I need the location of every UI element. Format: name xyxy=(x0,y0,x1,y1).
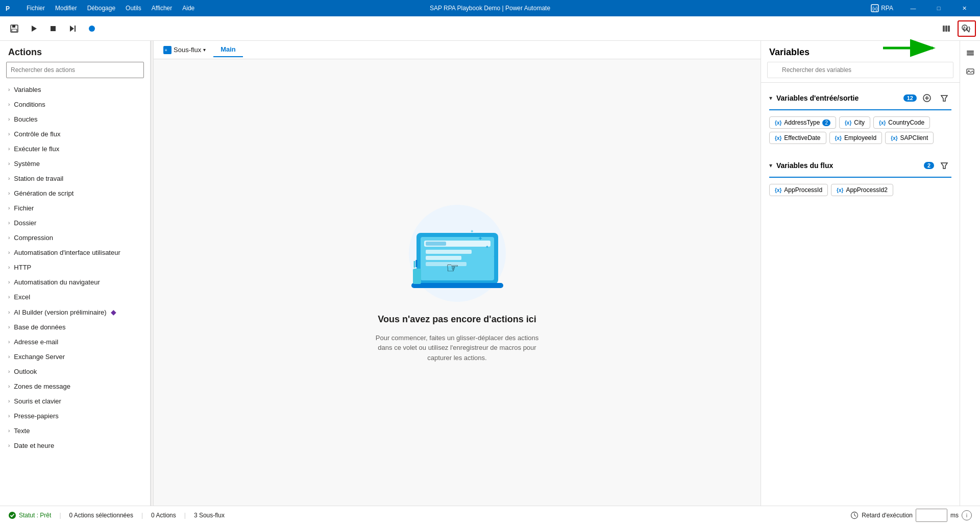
image-button[interactable] xyxy=(962,63,978,80)
menu-outils[interactable]: Outils xyxy=(121,4,145,13)
actions-selected-count: 0 Actions sélectionnées xyxy=(69,512,133,519)
action-boucles[interactable]: › Boucles xyxy=(0,112,150,127)
action-station-travail[interactable]: › Station de travail xyxy=(0,171,150,186)
action-presse-papiers[interactable]: › Presse-papiers xyxy=(0,409,150,423)
action-label: Souris et clavier xyxy=(14,397,61,405)
action-zones-message[interactable]: › Zones de message xyxy=(0,379,150,394)
status-ok-icon xyxy=(8,511,16,519)
action-controle-flux[interactable]: › Contrôle de flux xyxy=(0,127,150,141)
action-auto-interface[interactable]: › Automatisation d'interface utilisateur xyxy=(0,245,150,260)
subflow-label: Sous-flux xyxy=(174,46,201,54)
var-employee-id[interactable]: {x} EmployeeId xyxy=(829,132,883,144)
action-variables[interactable]: › Variables xyxy=(0,82,150,97)
svg-point-11 xyxy=(89,26,95,32)
action-fichier[interactable]: › Fichier xyxy=(0,201,150,216)
var-app-process-id[interactable]: {x} AppProcessId xyxy=(769,184,828,196)
svg-marker-9 xyxy=(70,26,74,32)
layers-button[interactable] xyxy=(962,45,978,61)
chevron-icon: › xyxy=(8,324,10,330)
action-texte[interactable]: › Texte xyxy=(0,423,150,438)
columns-button[interactable] xyxy=(938,20,954,37)
action-compression[interactable]: › Compression xyxy=(0,230,150,245)
var-sap-client[interactable]: {x} SAPClient xyxy=(885,132,934,144)
input-output-title: Variables d'entrée/sortie xyxy=(776,94,899,102)
action-generation-script[interactable]: › Génération de script xyxy=(0,186,150,201)
stop-icon xyxy=(48,24,58,33)
menu-fichier[interactable]: Fichier xyxy=(22,4,49,13)
record-button[interactable] xyxy=(84,20,100,37)
menu-aide[interactable]: Aide xyxy=(178,4,199,13)
svg-text:✦: ✦ xyxy=(470,229,474,234)
var-name: AddressType xyxy=(784,119,820,126)
add-variable-button[interactable] xyxy=(920,91,934,105)
var-x-icon: {x} xyxy=(845,120,851,126)
toolbar: {x} xyxy=(0,16,980,41)
save-button[interactable] xyxy=(6,20,22,37)
variables-toggle-button[interactable]: {x} xyxy=(958,20,976,37)
close-button[interactable]: ✕ xyxy=(952,0,976,16)
menu-debogage[interactable]: Débogage xyxy=(83,4,119,13)
svg-rect-25 xyxy=(426,242,446,246)
action-label: Génération de script xyxy=(14,189,74,197)
status-divider-2: | xyxy=(141,512,143,519)
action-conditions[interactable]: › Conditions xyxy=(0,97,150,112)
flow-variables: {x} AppProcessId {x} AppProcessId2 xyxy=(761,182,960,198)
action-excel[interactable]: › Excel xyxy=(0,290,150,304)
delay-info-button[interactable]: i xyxy=(962,510,972,520)
action-base-donnees[interactable]: › Base de données xyxy=(0,320,150,335)
action-label: Exécuter le flux xyxy=(14,145,59,153)
variables-search-input[interactable] xyxy=(767,62,953,78)
action-label: Excel xyxy=(14,293,30,301)
subflow-button[interactable]: ≡ Sous-flux ▾ xyxy=(158,43,211,57)
action-systeme[interactable]: › Système xyxy=(0,156,150,171)
action-outlook[interactable]: › Outlook xyxy=(0,364,150,379)
search-input[interactable] xyxy=(6,62,144,78)
action-label: Presse-papiers xyxy=(14,412,58,420)
action-dossier[interactable]: › Dossier xyxy=(0,216,150,230)
var-address-type[interactable]: {x} AddressType 2 xyxy=(769,116,836,129)
svg-point-51 xyxy=(9,512,16,519)
action-ai-builder[interactable]: › AI Builder (version préliminaire) ◆ xyxy=(0,304,150,320)
delay-input[interactable]: 100 xyxy=(916,509,947,521)
status-label: Statut : Prêt xyxy=(19,512,51,519)
action-http[interactable]: › HTTP xyxy=(0,260,150,275)
action-souris-clavier[interactable]: › Souris et clavier xyxy=(0,394,150,409)
premium-icon: ◆ xyxy=(111,308,116,316)
action-label: Texte xyxy=(14,427,30,435)
stop-button[interactable] xyxy=(45,20,61,37)
action-label: Système xyxy=(14,160,40,168)
action-label: Variables xyxy=(14,86,41,93)
action-label: Compression xyxy=(14,234,53,242)
var-app-process-id2[interactable]: {x} AppProcessId2 xyxy=(831,184,893,196)
action-label: Adresse e-mail xyxy=(14,338,58,346)
filter-flow-vars-button[interactable] xyxy=(937,158,951,173)
action-date-heure[interactable]: › Date et heure xyxy=(0,438,150,453)
window-controls: {x} RPA — □ ✕ xyxy=(871,0,976,16)
var-city[interactable]: {x} City xyxy=(839,116,870,129)
menu-afficher[interactable]: Afficher xyxy=(148,4,176,13)
menu-modifier[interactable]: Modifier xyxy=(51,4,81,13)
action-label: Exchange Server xyxy=(14,353,65,361)
subflow-dropdown-icon: ▾ xyxy=(203,47,206,53)
play-button[interactable] xyxy=(26,20,42,37)
chevron-icon: › xyxy=(8,384,10,389)
flow-vars-header[interactable]: ▾ Variables du flux 2 xyxy=(761,154,960,177)
delay-spinner: 100 xyxy=(916,509,947,522)
flow-vars-title: Variables du flux xyxy=(776,161,920,170)
action-auto-navigateur[interactable]: › Automatisation du navigateur xyxy=(0,275,150,290)
action-label: Base de données xyxy=(14,323,65,331)
next-button[interactable] xyxy=(64,20,81,37)
action-exchange[interactable]: › Exchange Server xyxy=(0,349,150,364)
canvas-tabs: ≡ Sous-flux ▾ Main xyxy=(154,41,761,59)
input-output-section-header[interactable]: ▾ Variables d'entrée/sortie 12 xyxy=(761,87,960,109)
filter-input-output-button[interactable] xyxy=(937,91,951,105)
main-tab[interactable]: Main xyxy=(213,42,243,57)
action-executer-flux[interactable]: › Exécuter le flux xyxy=(0,141,150,156)
svg-rect-27 xyxy=(426,256,461,260)
var-country-code[interactable]: {x} CountryCode xyxy=(873,116,930,129)
window-title: SAP RPA Playbook Demo | Power Automate xyxy=(430,5,550,12)
minimize-button[interactable]: — xyxy=(901,0,925,16)
maximize-button[interactable]: □ xyxy=(927,0,950,16)
var-effective-date[interactable]: {x} EffectiveDate xyxy=(769,132,826,144)
action-adresse-email[interactable]: › Adresse e-mail xyxy=(0,335,150,349)
